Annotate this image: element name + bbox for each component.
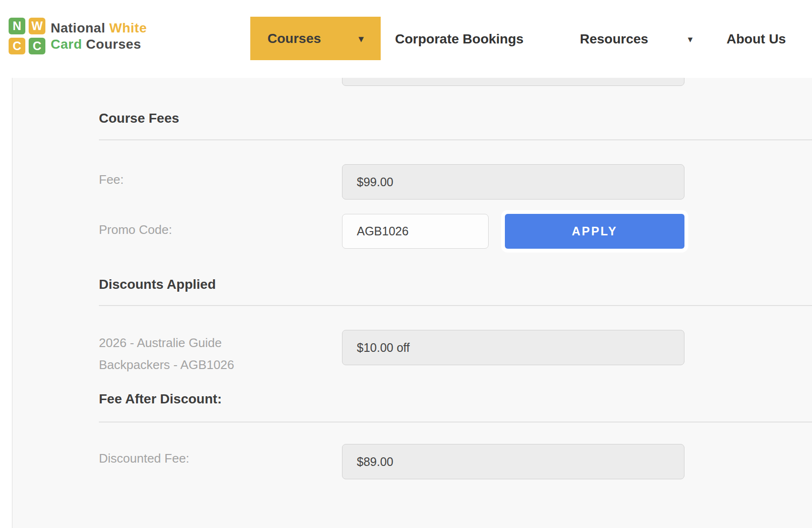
fee-input xyxy=(342,164,684,200)
fee-after-discount-heading: Fee After Discount: xyxy=(99,391,222,407)
logo-tile-w: W xyxy=(29,18,45,34)
nav-item-courses[interactable]: Courses ▾ xyxy=(250,17,381,60)
logo-text-national: National xyxy=(51,21,105,35)
logo-text-white: White xyxy=(109,21,147,35)
divider xyxy=(99,305,812,306)
divider xyxy=(99,139,812,140)
site-header: N W C C National White Card Courses Cour… xyxy=(0,0,812,78)
discounted-fee-label: Discounted Fee: xyxy=(99,447,189,469)
logo-line1: National White xyxy=(51,21,147,36)
site-logo[interactable]: N W C C National White Card Courses xyxy=(9,18,147,54)
chevron-down-icon[interactable]: ▾ xyxy=(688,0,693,78)
discount-item-label: 2026 - Australie Guide Backpackers - AGB… xyxy=(99,332,234,376)
logo-wordmark: National White Card Courses xyxy=(51,18,147,54)
logo-tile-n: N xyxy=(9,18,25,34)
discount-item-label-line2: Backpackers - AGB1026 xyxy=(99,354,234,376)
logo-tiles-icon: N W C C xyxy=(9,18,45,54)
course-fees-heading: Course Fees xyxy=(99,111,179,126)
fee-label: Fee: xyxy=(99,169,124,190)
discounts-applied-heading: Discounts Applied xyxy=(99,277,216,292)
divider xyxy=(99,422,812,422)
logo-line2: Card Courses xyxy=(51,37,147,52)
promo-code-label: Promo Code: xyxy=(99,219,172,241)
course-fees-form: Course Fees Fee: Promo Code: APPLY Disco… xyxy=(0,0,812,528)
nav-item-about-us[interactable]: About Us xyxy=(727,0,786,78)
logo-tile-c2: C xyxy=(29,38,45,54)
logo-text-card: Card xyxy=(51,37,82,52)
discount-item-label-line1: 2026 - Australie Guide xyxy=(99,332,234,354)
discounted-fee-input xyxy=(342,444,684,479)
discount-amount-input xyxy=(342,330,684,365)
promo-code-input[interactable] xyxy=(342,214,489,249)
nav-item-corporate-bookings[interactable]: Corporate Bookings xyxy=(395,0,524,78)
chevron-down-icon: ▾ xyxy=(359,33,363,44)
nav-courses-label: Courses xyxy=(267,31,321,46)
nav-item-resources[interactable]: Resources xyxy=(580,0,648,78)
apply-button[interactable]: APPLY xyxy=(505,214,684,249)
logo-tile-c1: C xyxy=(9,38,25,54)
logo-text-courses: Courses xyxy=(86,37,141,52)
